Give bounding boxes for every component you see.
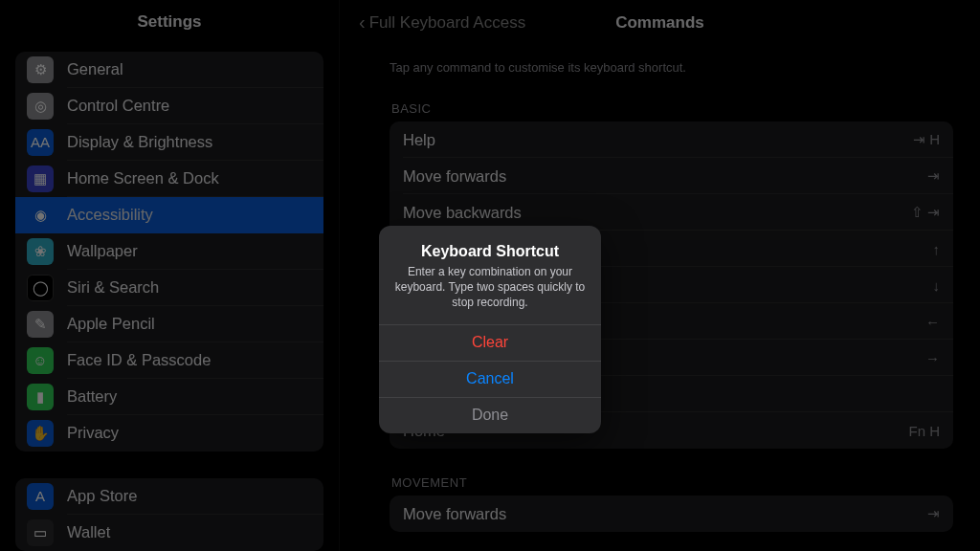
modal-title: Keyboard Shortcut [392,243,588,260]
modal-body: Keyboard Shortcut Enter a key combinatio… [379,226,601,324]
cancel-button[interactable]: Cancel [379,361,601,397]
clear-button[interactable]: Clear [379,324,601,361]
done-button[interactable]: Done [379,397,601,433]
modal-message: Enter a key combination on your keyboard… [392,264,588,311]
keyboard-shortcut-modal: Keyboard Shortcut Enter a key combinatio… [379,226,601,433]
